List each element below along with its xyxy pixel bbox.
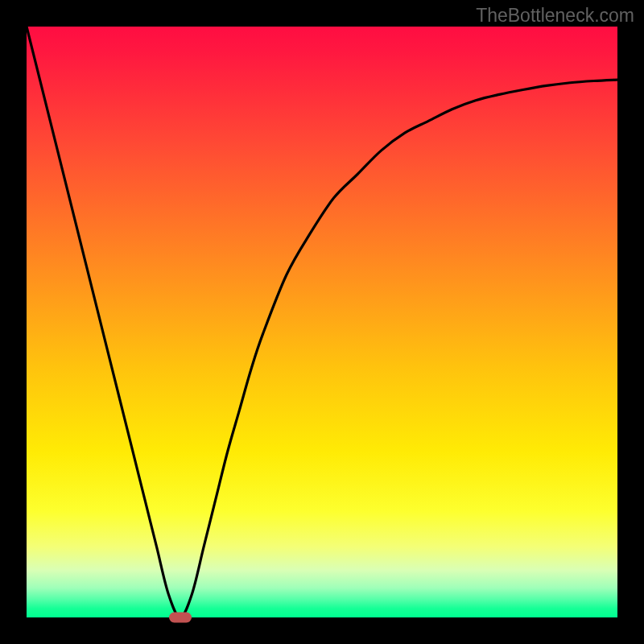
chart-frame: TheBottleneck.com	[0, 0, 644, 644]
watermark-text: TheBottleneck.com	[476, 5, 634, 27]
optimum-marker	[169, 613, 192, 623]
plot-area	[27, 27, 617, 617]
bottleneck-curve	[27, 27, 617, 617]
curve-layer	[27, 27, 617, 617]
